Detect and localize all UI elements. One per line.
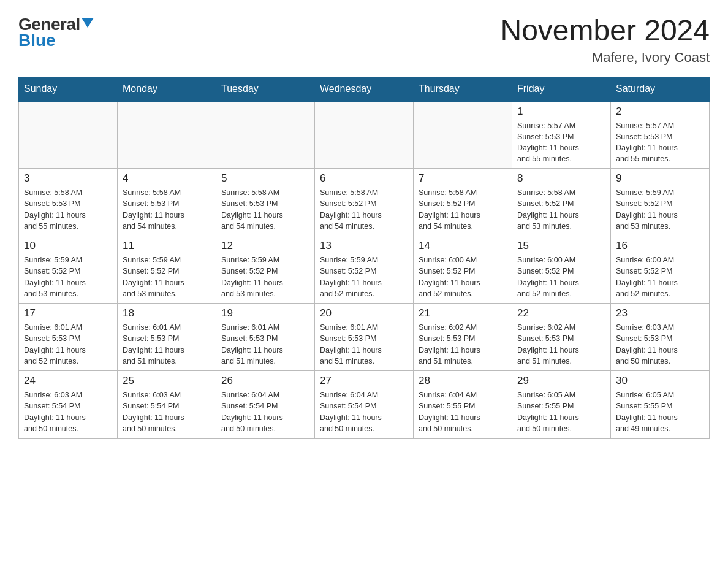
day-number: 18 <box>123 307 211 320</box>
calendar-cell: 21Sunrise: 6:02 AM Sunset: 5:53 PM Dayli… <box>414 304 512 371</box>
day-sun-info: Sunrise: 6:01 AM Sunset: 5:53 PM Dayligh… <box>320 322 408 367</box>
calendar-cell: 14Sunrise: 6:00 AM Sunset: 5:52 PM Dayli… <box>414 236 512 304</box>
calendar-week-row: 1Sunrise: 5:57 AM Sunset: 5:53 PM Daylig… <box>19 101 710 169</box>
calendar-cell: 8Sunrise: 5:58 AM Sunset: 5:52 PM Daylig… <box>512 169 611 236</box>
day-number: 19 <box>221 307 309 320</box>
day-number: 16 <box>616 240 704 252</box>
day-number: 9 <box>616 172 704 185</box>
day-sun-info: Sunrise: 6:05 AM Sunset: 5:55 PM Dayligh… <box>517 389 605 434</box>
day-sun-info: Sunrise: 5:59 AM Sunset: 5:52 PM Dayligh… <box>616 187 704 232</box>
day-number: 2 <box>616 105 704 118</box>
weekday-header-wednesday: Wednesday <box>315 77 414 101</box>
day-sun-info: Sunrise: 5:59 AM Sunset: 5:52 PM Dayligh… <box>320 255 408 299</box>
weekday-header-sunday: Sunday <box>19 77 118 101</box>
day-number: 6 <box>320 172 408 185</box>
day-sun-info: Sunrise: 5:58 AM Sunset: 5:52 PM Dayligh… <box>419 187 507 232</box>
day-number: 25 <box>123 375 211 387</box>
calendar-cell: 4Sunrise: 5:58 AM Sunset: 5:53 PM Daylig… <box>118 169 216 236</box>
calendar-week-row: 17Sunrise: 6:01 AM Sunset: 5:53 PM Dayli… <box>19 304 710 371</box>
day-sun-info: Sunrise: 6:04 AM Sunset: 5:54 PM Dayligh… <box>320 389 408 434</box>
day-sun-info: Sunrise: 6:03 AM Sunset: 5:53 PM Dayligh… <box>616 322 704 367</box>
weekday-header-thursday: Thursday <box>414 77 512 101</box>
header: General Blue November 2024 Mafere, Ivory… <box>18 15 710 66</box>
calendar-cell: 12Sunrise: 5:59 AM Sunset: 5:52 PM Dayli… <box>216 236 315 304</box>
day-number: 22 <box>517 307 605 320</box>
calendar-cell: 29Sunrise: 6:05 AM Sunset: 5:55 PM Dayli… <box>512 371 611 439</box>
day-number: 23 <box>616 307 704 320</box>
day-sun-info: Sunrise: 6:00 AM Sunset: 5:52 PM Dayligh… <box>517 255 605 299</box>
day-sun-info: Sunrise: 5:58 AM Sunset: 5:53 PM Dayligh… <box>123 187 211 232</box>
day-sun-info: Sunrise: 6:03 AM Sunset: 5:54 PM Dayligh… <box>123 389 211 434</box>
weekday-header-monday: Monday <box>118 77 216 101</box>
calendar-week-row: 10Sunrise: 5:59 AM Sunset: 5:52 PM Dayli… <box>19 236 710 304</box>
day-number: 10 <box>24 240 112 252</box>
day-sun-info: Sunrise: 5:58 AM Sunset: 5:53 PM Dayligh… <box>221 187 309 232</box>
day-sun-info: Sunrise: 6:02 AM Sunset: 5:53 PM Dayligh… <box>517 322 605 367</box>
day-number: 24 <box>24 375 112 387</box>
day-sun-info: Sunrise: 5:58 AM Sunset: 5:52 PM Dayligh… <box>320 187 408 232</box>
month-year-title: November 2024 <box>500 15 710 47</box>
weekday-header-tuesday: Tuesday <box>216 77 315 101</box>
calendar-cell: 15Sunrise: 6:00 AM Sunset: 5:52 PM Dayli… <box>512 236 611 304</box>
day-number: 30 <box>616 375 704 387</box>
title-area: November 2024 Mafere, Ivory Coast <box>500 15 710 66</box>
day-number: 15 <box>517 240 605 252</box>
calendar-cell: 30Sunrise: 6:05 AM Sunset: 5:55 PM Dayli… <box>611 371 710 439</box>
logo-blue-text: Blue <box>18 31 56 50</box>
calendar-cell: 27Sunrise: 6:04 AM Sunset: 5:54 PM Dayli… <box>315 371 414 439</box>
logo-triangle-icon <box>82 18 94 28</box>
location-subtitle: Mafere, Ivory Coast <box>500 50 710 66</box>
day-sun-info: Sunrise: 6:01 AM Sunset: 5:53 PM Dayligh… <box>221 322 309 367</box>
calendar-cell: 26Sunrise: 6:04 AM Sunset: 5:54 PM Dayli… <box>216 371 315 439</box>
calendar-cell: 9Sunrise: 5:59 AM Sunset: 5:52 PM Daylig… <box>611 169 710 236</box>
logo: General Blue <box>18 15 94 50</box>
day-sun-info: Sunrise: 6:04 AM Sunset: 5:54 PM Dayligh… <box>221 389 309 434</box>
calendar-cell: 25Sunrise: 6:03 AM Sunset: 5:54 PM Dayli… <box>118 371 216 439</box>
calendar-cell: 18Sunrise: 6:01 AM Sunset: 5:53 PM Dayli… <box>118 304 216 371</box>
day-number: 1 <box>517 105 605 118</box>
calendar-cell: 2Sunrise: 5:57 AM Sunset: 5:53 PM Daylig… <box>611 101 710 169</box>
calendar-cell: 24Sunrise: 6:03 AM Sunset: 5:54 PM Dayli… <box>19 371 118 439</box>
calendar-cell: 13Sunrise: 5:59 AM Sunset: 5:52 PM Dayli… <box>315 236 414 304</box>
calendar-cell: 23Sunrise: 6:03 AM Sunset: 5:53 PM Dayli… <box>611 304 710 371</box>
day-number: 17 <box>24 307 112 320</box>
day-sun-info: Sunrise: 5:58 AM Sunset: 5:53 PM Dayligh… <box>24 187 112 232</box>
day-number: 3 <box>24 172 112 185</box>
day-number: 5 <box>221 172 309 185</box>
day-sun-info: Sunrise: 6:01 AM Sunset: 5:53 PM Dayligh… <box>123 322 211 367</box>
day-number: 26 <box>221 375 309 387</box>
day-sun-info: Sunrise: 6:02 AM Sunset: 5:53 PM Dayligh… <box>419 322 507 367</box>
calendar-cell: 17Sunrise: 6:01 AM Sunset: 5:53 PM Dayli… <box>19 304 118 371</box>
day-number: 20 <box>320 307 408 320</box>
day-number: 11 <box>123 240 211 252</box>
day-sun-info: Sunrise: 5:58 AM Sunset: 5:52 PM Dayligh… <box>517 187 605 232</box>
calendar-week-row: 3Sunrise: 5:58 AM Sunset: 5:53 PM Daylig… <box>19 169 710 236</box>
day-sun-info: Sunrise: 6:01 AM Sunset: 5:53 PM Dayligh… <box>24 322 112 367</box>
calendar-cell: 11Sunrise: 5:59 AM Sunset: 5:52 PM Dayli… <box>118 236 216 304</box>
day-number: 12 <box>221 240 309 252</box>
day-number: 21 <box>419 307 507 320</box>
day-sun-info: Sunrise: 6:05 AM Sunset: 5:55 PM Dayligh… <box>616 389 704 434</box>
calendar-cell: 19Sunrise: 6:01 AM Sunset: 5:53 PM Dayli… <box>216 304 315 371</box>
weekday-header-friday: Friday <box>512 77 611 101</box>
calendar-cell: 22Sunrise: 6:02 AM Sunset: 5:53 PM Dayli… <box>512 304 611 371</box>
calendar-week-row: 24Sunrise: 6:03 AM Sunset: 5:54 PM Dayli… <box>19 371 710 439</box>
day-number: 27 <box>320 375 408 387</box>
calendar-cell <box>315 101 414 169</box>
day-sun-info: Sunrise: 6:00 AM Sunset: 5:52 PM Dayligh… <box>419 255 507 299</box>
day-number: 4 <box>123 172 211 185</box>
day-number: 13 <box>320 240 408 252</box>
day-number: 14 <box>419 240 507 252</box>
calendar-cell: 7Sunrise: 5:58 AM Sunset: 5:52 PM Daylig… <box>414 169 512 236</box>
day-sun-info: Sunrise: 5:59 AM Sunset: 5:52 PM Dayligh… <box>123 255 211 299</box>
calendar-cell: 3Sunrise: 5:58 AM Sunset: 5:53 PM Daylig… <box>19 169 118 236</box>
day-sun-info: Sunrise: 6:04 AM Sunset: 5:55 PM Dayligh… <box>419 389 507 434</box>
calendar-cell: 1Sunrise: 5:57 AM Sunset: 5:53 PM Daylig… <box>512 101 611 169</box>
calendar-cell <box>19 101 118 169</box>
weekday-header-saturday: Saturday <box>611 77 710 101</box>
day-sun-info: Sunrise: 6:03 AM Sunset: 5:54 PM Dayligh… <box>24 389 112 434</box>
calendar-cell: 6Sunrise: 5:58 AM Sunset: 5:52 PM Daylig… <box>315 169 414 236</box>
day-number: 29 <box>517 375 605 387</box>
calendar-cell: 28Sunrise: 6:04 AM Sunset: 5:55 PM Dayli… <box>414 371 512 439</box>
calendar-cell: 20Sunrise: 6:01 AM Sunset: 5:53 PM Dayli… <box>315 304 414 371</box>
